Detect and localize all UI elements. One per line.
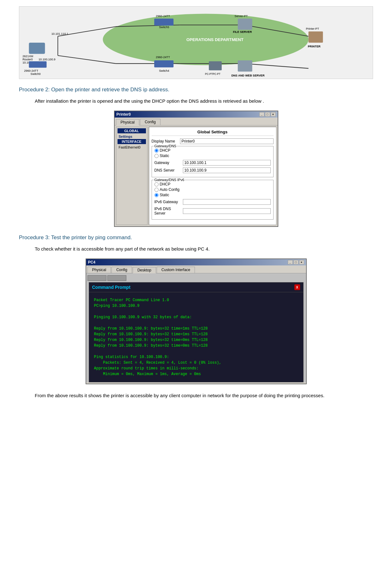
printer-dialog-titlebar: Printer0 _ □ × (115, 111, 278, 118)
taskbar-item2[interactable] (107, 275, 126, 281)
cmd-title: Command Prompt (92, 285, 130, 290)
svg-rect-25 (29, 61, 47, 68)
dhcp-radio[interactable] (154, 149, 159, 153)
cmd-close-button[interactable]: X (294, 284, 300, 290)
printer-main-settings: Global Settings Display Name Gateway/DNS… (149, 127, 276, 225)
dns-server-label: DNS Server (154, 168, 183, 173)
ipv6-dns-server-row: IPv6 DNS Server (154, 207, 271, 216)
svg-text:DNS AND WEB SERVER: DNS AND WEB SERVER (231, 74, 265, 77)
sidebar-fastethernet[interactable]: FastEthernet0 (118, 145, 146, 150)
ipv6-gateway-input[interactable] (183, 199, 271, 205)
printer-sidebar: GLOBAL Settings INTERFACE FastEthernet0 (116, 127, 148, 225)
printer-dialog: Printer0 _ □ × Physical Config GLOBAL Se… (114, 111, 278, 227)
pc4-title: PC4 (88, 260, 95, 264)
svg-text:Printer-PT: Printer-PT (306, 27, 319, 30)
taskbar-item1[interactable] (87, 275, 106, 281)
printer-tabs: Physical Config (115, 118, 278, 125)
dhcp-ipv6-radio-row: DHCP (154, 182, 271, 186)
pc4-tabs: Physical Config Desktop Custom Interface (86, 265, 306, 273)
svg-text:PRINTER: PRINTER (308, 45, 321, 48)
pc4-dialog: PC4 _ □ × Physical Config Desktop Custom… (86, 258, 307, 384)
tab-pc4-config[interactable]: Config (112, 267, 132, 273)
svg-rect-29 (154, 60, 173, 67)
ipv6-dns-server-input[interactable] (183, 208, 271, 214)
svg-rect-11 (29, 43, 45, 54)
ipv6-dns-server-label: IPv6 DNS Server (154, 207, 183, 216)
svg-rect-22 (309, 31, 323, 43)
cmd-window: Command Prompt X Packet Tracer PC Comman… (89, 282, 304, 382)
cmd-text-content: Packet Tracer PC Command Line 1.0 PC>pin… (94, 298, 221, 376)
cmd-titlebar: Command Prompt X (89, 282, 303, 292)
pc4-maximize-button[interactable]: □ (293, 260, 299, 264)
interface-header: INTERFACE (118, 139, 146, 144)
svg-text:10.101.110.1: 10.101.110.1 (51, 32, 68, 35)
gateway-dns-ipv6-group: Gateway/DNS IPv6 DHCP Auto Config Static… (152, 180, 274, 220)
dhcp-radio-row: DHCP (154, 148, 271, 153)
auto-config-radio[interactable] (154, 188, 159, 192)
svg-text:Switch4: Switch4 (159, 69, 169, 72)
pc4-titlebar: PC4 _ □ × (86, 259, 306, 265)
settings-title: Global Settings (152, 130, 274, 136)
svg-rect-19 (238, 19, 252, 30)
svg-text:2621XM: 2621XM (22, 55, 33, 58)
gateway-input[interactable] (183, 160, 271, 166)
pc4-minimize-button[interactable]: _ (288, 260, 293, 264)
close-button[interactable]: × (271, 112, 276, 117)
svg-rect-32 (238, 60, 252, 72)
procedure3-body: To check whether it is accessible from a… (35, 245, 373, 253)
gateway-label: Gateway (154, 161, 183, 165)
maximize-button[interactable]: □ (265, 112, 270, 117)
tab-config[interactable]: Config (140, 119, 160, 125)
svg-text:FILE SERVER: FILE SERVER (233, 30, 252, 33)
static-label: Static (160, 154, 169, 158)
tab-pc4-physical[interactable]: Physical (87, 267, 111, 273)
gateway-dns-ipv6-title: Gateway/DNS IPv6 (154, 178, 185, 182)
network-diagram: OPERATIONS DEPARTMENT 2621XM Router0 10.… (19, 6, 373, 79)
svg-text:PC-PTPC-PT: PC-PTPC-PT (205, 73, 220, 76)
conclusion-text: From the above results it shows the prin… (35, 392, 373, 399)
titlebar-controls[interactable]: _ □ × (259, 112, 276, 117)
svg-text:OPERATIONS DEPARTMENT: OPERATIONS DEPARTMENT (186, 37, 244, 42)
static-ipv6-radio[interactable] (154, 193, 159, 197)
ipv6-gateway-label: IPv6 Gateway (154, 200, 183, 204)
sidebar-settings[interactable]: Settings (118, 134, 146, 139)
tab-pc4-desktop[interactable]: Desktop (133, 267, 156, 273)
svg-text:Switch0: Switch0 (31, 72, 41, 76)
tab-pc4-custom[interactable]: Custom Interface (157, 267, 195, 273)
svg-line-2 (58, 56, 116, 64)
cmd-output: Packet Tracer PC Command Line 1.0 PC>pin… (91, 294, 301, 380)
svg-text:2960-24TT: 2960-24TT (156, 56, 170, 59)
svg-text:2960-24TT: 2960-24TT (24, 69, 38, 72)
dns-server-row: DNS Server (154, 167, 271, 173)
dns-server-input[interactable] (183, 167, 271, 173)
svg-text:Switch5: Switch5 (159, 26, 169, 29)
minimize-button[interactable]: _ (259, 112, 264, 117)
static-radio[interactable] (154, 154, 159, 158)
svg-rect-34 (209, 61, 222, 70)
procedure3-heading: Procedure 3: Test the printer by ping co… (19, 234, 373, 241)
svg-line-9 (244, 64, 308, 68)
dhcp-label: DHCP (160, 148, 171, 153)
global-header: GLOBAL (118, 128, 146, 133)
auto-config-radio-row: Auto Config (154, 187, 271, 192)
procedure2-heading: Procedure 2: Open the printer and retrie… (19, 87, 373, 93)
printer-dialog-title: Printer0 (117, 112, 131, 117)
display-name-row: Display Name (152, 138, 274, 144)
gateway-dns-title: Gateway/DNS (154, 144, 177, 148)
svg-text:10.100.100.9: 10.100.100.9 (39, 58, 55, 61)
svg-text:Server-PT: Server-PT (235, 15, 248, 18)
pc4-taskbar (87, 275, 305, 281)
svg-text:2960-24TT: 2960-24TT (156, 15, 170, 18)
static-ipv6-radio-row: Static (154, 193, 271, 197)
pc4-titlebar-controls[interactable]: _ □ × (288, 260, 304, 264)
display-name-input[interactable] (180, 138, 274, 144)
static-radio-row: Static (154, 154, 271, 158)
pc4-desktop-area: Command Prompt X Packet Tracer PC Comman… (86, 273, 306, 382)
dhcp-ipv6-label: DHCP (160, 182, 171, 186)
procedure2-body: After installation the printer is opened… (35, 97, 373, 105)
tab-physical[interactable]: Physical (116, 119, 140, 125)
gateway-dns-group: Gateway/DNS DHCP Static Gateway DNS Serv… (152, 146, 274, 177)
svg-rect-16 (154, 19, 173, 26)
dhcp-ipv6-radio[interactable] (154, 182, 159, 186)
pc4-close-button[interactable]: × (299, 260, 304, 264)
